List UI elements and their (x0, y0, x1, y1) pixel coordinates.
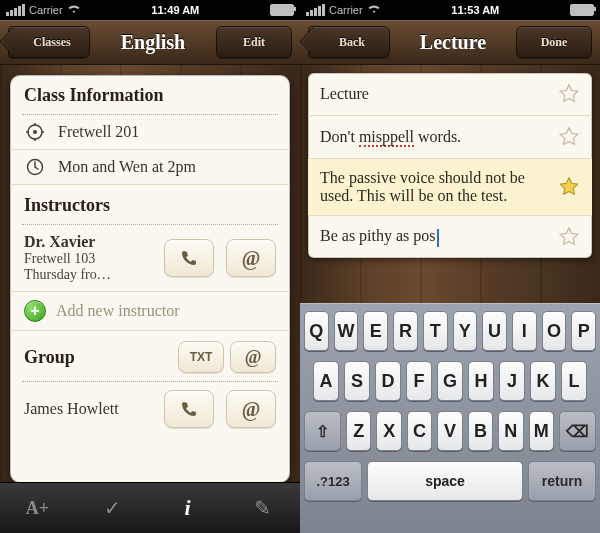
group-email-button[interactable]: @ (230, 341, 276, 373)
clock: 11:53 AM (451, 4, 499, 16)
tab-info[interactable]: i (150, 483, 225, 533)
key-y[interactable]: Y (453, 311, 478, 351)
edit-button[interactable]: Edit (216, 26, 292, 58)
key-q[interactable]: Q (304, 311, 329, 351)
status-bar: Carrier 11:53 AM (300, 0, 600, 20)
key-w[interactable]: W (334, 311, 359, 351)
nav-bar: Classes English Edit (0, 20, 300, 65)
page-title: English (121, 31, 185, 54)
key-v[interactable]: V (437, 411, 462, 451)
key-c[interactable]: C (407, 411, 432, 451)
row-group-member[interactable]: James Howlett @ (10, 382, 290, 436)
section-instructors: Instructors (10, 184, 290, 222)
done-button[interactable]: Done (516, 26, 592, 58)
key-g[interactable]: G (437, 361, 463, 401)
svg-point-1 (33, 130, 37, 134)
tab-tasks[interactable]: ✓ (75, 483, 150, 533)
key-s[interactable]: S (344, 361, 370, 401)
note-text: Don't misppell words. (320, 128, 548, 146)
row-instructor[interactable]: Dr. Xavier Fretwell 103 Thursday fro… @ (10, 225, 290, 291)
email-button[interactable]: @ (226, 390, 276, 428)
note-text: Be as pithy as pos (320, 227, 548, 246)
instructor-hours: Thursday fro… (24, 267, 152, 283)
key-k[interactable]: K (530, 361, 556, 401)
tab-grades[interactable]: A+ (0, 483, 75, 533)
star-icon[interactable] (558, 176, 580, 198)
keyboard-row-1: Q W E R T Y U I O P (304, 311, 596, 351)
key-j[interactable]: J (499, 361, 525, 401)
add-instructor-label: Add new instructor (56, 302, 180, 320)
target-icon (24, 123, 46, 141)
group-txt-button[interactable]: TXT (178, 341, 224, 373)
status-bar: Carrier 11:49 AM (0, 0, 300, 20)
pencil-icon: ✎ (254, 496, 271, 520)
key-t[interactable]: T (423, 311, 448, 351)
key-return[interactable]: return (528, 461, 596, 501)
note-row[interactable]: Don't misppell words. (308, 116, 592, 159)
phone-classes-detail: Carrier 11:49 AM Classes English Edit Cl… (0, 0, 300, 533)
key-a[interactable]: A (313, 361, 339, 401)
note-row[interactable]: Lecture (308, 73, 592, 116)
key-m[interactable]: M (529, 411, 554, 451)
call-button[interactable] (164, 239, 214, 277)
plus-icon: + (24, 300, 46, 322)
key-i[interactable]: I (512, 311, 537, 351)
key-d[interactable]: D (375, 361, 401, 401)
section-group: Group (24, 347, 178, 368)
key-f[interactable]: F (406, 361, 432, 401)
location-text: Fretwell 201 (58, 123, 139, 141)
instructor-room: Fretwell 103 (24, 251, 152, 267)
keyboard-row-2: A S D F G H J K L (304, 361, 596, 401)
key-e[interactable]: E (363, 311, 388, 351)
notes-list: Lecture Don't misppell words. The passiv… (308, 73, 592, 258)
note-row-editing[interactable]: Be as pithy as pos (308, 216, 592, 258)
section-class-info: Class Information (10, 75, 290, 112)
key-l[interactable]: L (561, 361, 587, 401)
row-schedule[interactable]: Mon and Wen at 2pm (10, 149, 290, 184)
add-instructor[interactable]: + Add new instructor (10, 291, 290, 330)
key-o[interactable]: O (542, 311, 567, 351)
carrier-label: Carrier (329, 4, 363, 16)
key-backspace[interactable]: ⌫ (559, 411, 596, 451)
email-button[interactable]: @ (226, 239, 276, 277)
key-n[interactable]: N (498, 411, 523, 451)
key-h[interactable]: H (468, 361, 494, 401)
key-r[interactable]: R (393, 311, 418, 351)
row-location[interactable]: Fretwell 201 (10, 115, 290, 149)
key-shift[interactable]: ⇧ (304, 411, 341, 451)
keyboard-row-3: ⇧ Z X C V B N M ⌫ (304, 411, 596, 451)
star-icon[interactable] (558, 83, 580, 105)
battery-icon (570, 4, 594, 16)
tab-notes[interactable]: ✎ (225, 483, 300, 533)
phone-icon (180, 249, 198, 267)
info-icon: i (184, 495, 190, 521)
at-icon: @ (242, 398, 261, 421)
back-button[interactable]: Classes (8, 26, 90, 58)
star-icon[interactable] (558, 126, 580, 148)
key-space[interactable]: space (367, 461, 523, 501)
instructor-name: Dr. Xavier (24, 233, 95, 250)
signal-icon (6, 4, 25, 16)
key-b[interactable]: B (468, 411, 493, 451)
text-cursor (437, 229, 439, 247)
tab-bar: A+ ✓ i ✎ (0, 482, 300, 533)
key-z[interactable]: Z (346, 411, 371, 451)
wifi-icon (367, 4, 381, 16)
key-symbols[interactable]: .?123 (304, 461, 362, 501)
wifi-icon (67, 4, 81, 16)
key-u[interactable]: U (482, 311, 507, 351)
schedule-text: Mon and Wen at 2pm (58, 158, 196, 176)
call-button[interactable] (164, 390, 214, 428)
back-button[interactable]: Back (308, 26, 390, 58)
phone-lecture-notes: Carrier 11:53 AM Back Lecture Done Lectu… (300, 0, 600, 533)
signal-icon (306, 4, 325, 16)
key-p[interactable]: P (571, 311, 596, 351)
at-icon: @ (242, 247, 261, 270)
page-title: Lecture (420, 31, 486, 54)
key-x[interactable]: X (376, 411, 401, 451)
star-icon[interactable] (558, 226, 580, 248)
member-name: James Howlett (24, 400, 152, 418)
keyboard-row-4: .?123 space return (304, 461, 596, 501)
note-row-highlighted[interactable]: The passive voice should not be used. Th… (308, 159, 592, 216)
carrier-label: Carrier (29, 4, 63, 16)
